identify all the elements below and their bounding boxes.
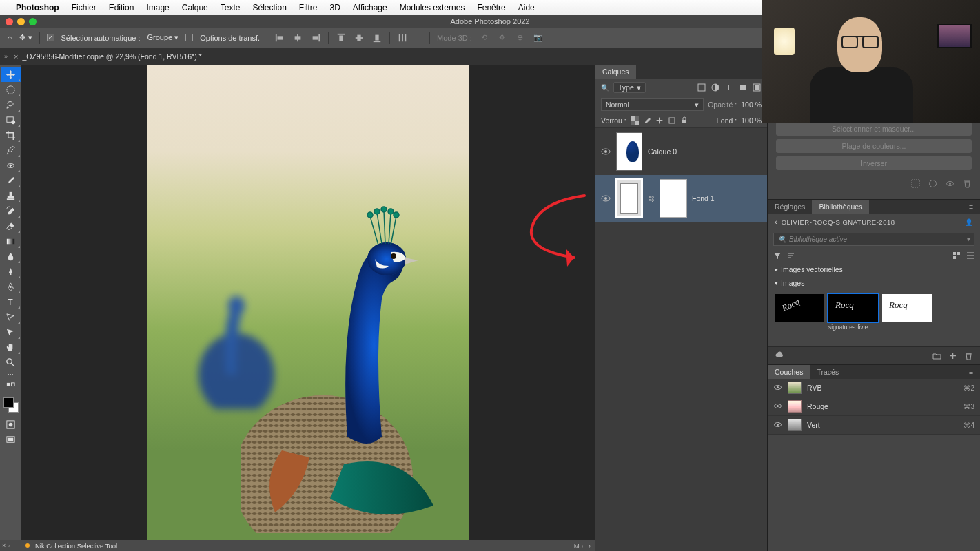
toolbar-more[interactable]: ⋯: [1, 371, 21, 379]
menu-aide[interactable]: Aide: [512, 3, 541, 12]
adjustments-tab[interactable]: Réglages: [768, 200, 812, 214]
panel-menu-icon[interactable]: ≡: [962, 200, 980, 214]
close-window[interactable]: [6, 18, 13, 25]
search-icon[interactable]: 🔍: [601, 84, 609, 92]
paths-tab[interactable]: Tracés: [810, 365, 846, 379]
fill-value[interactable]: 100 %: [741, 116, 762, 125]
lock-all-icon[interactable]: [680, 116, 688, 125]
opacity-value[interactable]: 100 %: [741, 101, 762, 109]
back-icon[interactable]: ‹: [775, 218, 777, 226]
channel-row[interactable]: Rouge ⌘3: [768, 397, 980, 416]
lock-artboard-icon[interactable]: [668, 116, 676, 125]
menu-filtre[interactable]: Filtre: [293, 3, 324, 12]
library-item[interactable]: Rocq: [882, 294, 932, 322]
select-and-mask-button[interactable]: Sélectionner et masquer...: [776, 122, 972, 136]
hand-tool[interactable]: [1, 340, 21, 355]
filter-type-icon[interactable]: T: [724, 83, 734, 92]
filter-adjust-icon[interactable]: [711, 83, 720, 92]
filter-smart-icon[interactable]: [752, 83, 762, 92]
library-search[interactable]: 🔍 Bibliothèque active ▾: [773, 233, 974, 246]
layer-filter-dropdown[interactable]: Type▾: [613, 82, 646, 93]
libraries-tab[interactable]: Bibliothèques: [812, 200, 869, 214]
menu-modules[interactable]: Modules externes: [394, 3, 471, 12]
status-next-icon[interactable]: ›: [589, 542, 591, 550]
edit-toolbar[interactable]: [1, 380, 21, 394]
layer-thumbnail[interactable]: [616, 132, 642, 171]
menu-3d[interactable]: 3D: [324, 3, 347, 12]
invert-button[interactable]: Inverser: [776, 156, 972, 170]
menu-fichier[interactable]: Fichier: [65, 3, 103, 12]
grid-view-icon[interactable]: [952, 251, 961, 260]
sort-icon[interactable]: [787, 251, 795, 260]
nik-plugin-label[interactable]: Nik Collection Selective Tool: [35, 542, 117, 550]
zoom-field[interactable]: Mo: [574, 542, 583, 550]
minimize-window[interactable]: [17, 18, 25, 25]
close-icon[interactable]: ×: [2, 542, 6, 549]
crop-tool[interactable]: [1, 128, 21, 143]
filter-icon[interactable]: [773, 251, 782, 260]
apply-mask-icon[interactable]: [928, 179, 937, 188]
move-tool-icon[interactable]: ✥ ▾: [19, 33, 32, 42]
blend-mode-dropdown[interactable]: Normal▾: [601, 98, 704, 111]
selection-tool[interactable]: [1, 113, 21, 127]
menu-edition[interactable]: Edition: [103, 3, 141, 12]
document-tab[interactable]: × _OZ95856-Modifier copie @ 22,9% (Fond …: [7, 48, 209, 65]
share-library-icon[interactable]: 👤: [965, 218, 973, 226]
lasso-tool[interactable]: [1, 98, 21, 112]
cloud-sync-icon[interactable]: [775, 351, 784, 360]
panel-menu-icon[interactable]: ≡: [962, 365, 980, 379]
align-right-icon[interactable]: [310, 32, 321, 43]
layer-thumbnail[interactable]: [616, 179, 642, 218]
healing-tool[interactable]: [1, 158, 21, 173]
distribute-icon[interactable]: [397, 32, 408, 43]
channel-row[interactable]: Vert ⌘4: [768, 416, 980, 435]
blur-tool[interactable]: [1, 249, 21, 264]
align-left-icon[interactable]: [274, 32, 285, 43]
menu-texte[interactable]: Texte: [214, 3, 247, 12]
maximize-window[interactable]: [29, 18, 37, 25]
mask-from-selection-icon[interactable]: [911, 179, 920, 188]
pen-tool[interactable]: [1, 280, 21, 294]
layer-mask-thumbnail[interactable]: [660, 180, 686, 217]
visibility-toggle[interactable]: [773, 402, 782, 412]
layer-row[interactable]: Calque 0: [595, 128, 767, 175]
visibility-toggle[interactable]: [601, 194, 611, 203]
document-canvas[interactable]: [21, 65, 595, 551]
vector-images-section[interactable]: ▸Images vectorielles: [768, 262, 980, 276]
images-section[interactable]: ▾Images: [768, 276, 980, 290]
zoom-tool[interactable]: [1, 355, 21, 370]
delete-mask-icon[interactable]: [963, 179, 972, 188]
library-item[interactable]: Rocq: [775, 294, 824, 322]
more-align-icon[interactable]: ⋯: [415, 33, 422, 42]
visibility-toggle[interactable]: [773, 420, 782, 430]
mask-link-icon[interactable]: ⛓: [648, 195, 655, 202]
menu-image[interactable]: Image: [140, 3, 175, 12]
brush-tool[interactable]: [1, 174, 21, 188]
dodge-tool[interactable]: [1, 264, 21, 279]
close-tab-icon[interactable]: ×: [14, 52, 18, 61]
color-range-button[interactable]: Plage de couleurs...: [776, 139, 972, 153]
transform-checkbox[interactable]: [185, 34, 193, 41]
add-content-icon[interactable]: [948, 351, 957, 360]
layer-name[interactable]: Calque 0: [648, 147, 677, 156]
layer-name[interactable]: Fond 1: [692, 194, 715, 202]
menu-calque[interactable]: Calque: [176, 3, 214, 12]
3d-zoom-icon[interactable]: ⊕: [515, 32, 526, 43]
channels-tab[interactable]: Couches: [768, 365, 810, 379]
stamp-tool[interactable]: [1, 189, 21, 203]
3d-camera-icon[interactable]: 📷: [533, 32, 544, 43]
delete-icon[interactable]: [964, 351, 973, 360]
auto-select-dropdown[interactable]: Groupe ▾: [147, 33, 179, 42]
3d-orbit-icon[interactable]: ⟲: [479, 32, 490, 43]
disable-mask-icon[interactable]: [946, 179, 955, 188]
history-brush-tool[interactable]: [1, 204, 21, 218]
app-menu[interactable]: Photoshop: [10, 3, 65, 12]
align-vcenter-icon[interactable]: [354, 32, 365, 43]
lock-paint-icon[interactable]: [643, 116, 651, 125]
new-group-icon[interactable]: [932, 351, 941, 360]
menu-fenetre[interactable]: Fenêtre: [471, 3, 511, 12]
align-hcenter-icon[interactable]: [292, 32, 303, 43]
screenmode-tool[interactable]: [1, 433, 21, 447]
list-view-icon[interactable]: [966, 251, 974, 260]
visibility-toggle[interactable]: [773, 383, 782, 393]
